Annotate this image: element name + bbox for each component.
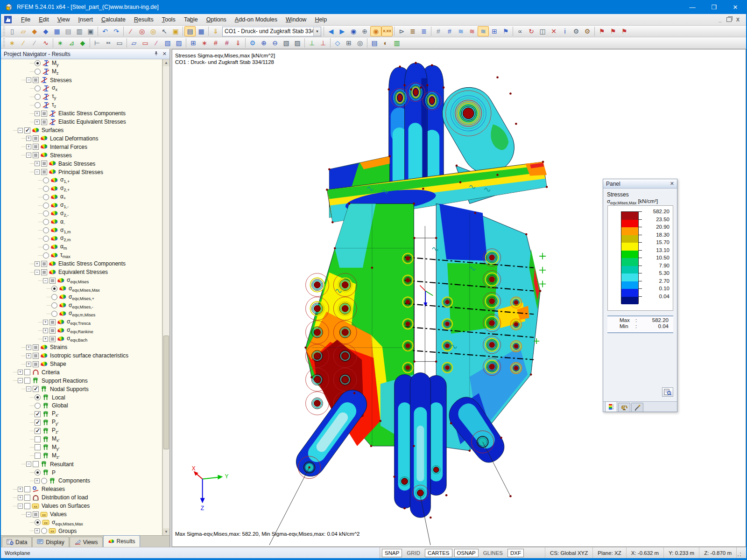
expand-icon[interactable]: +: [43, 320, 48, 325]
fe-mesh-settings-icon[interactable]: #: [444, 26, 455, 36]
delete-icon[interactable]: ✕: [548, 26, 559, 36]
checkbox-checked[interactable]: [35, 411, 41, 417]
tree-item-mz[interactable]: Mz: [1, 68, 162, 76]
print-preview-icon[interactable]: ▣: [85, 26, 96, 36]
rotate-icon[interactable]: ↻: [526, 26, 537, 36]
checkbox-partial[interactable]: [49, 336, 56, 342]
isometric-view-icon[interactable]: ▧: [281, 38, 292, 48]
tree-item-values-on-surfaces[interactable]: −xxValues on Surfaces: [1, 502, 162, 510]
results-display-icon[interactable]: ≋: [478, 26, 489, 36]
tree-item-my[interactable]: My': [1, 443, 162, 452]
tree-item-elastic-stress-components[interactable]: +Elastic Stress Components: [1, 259, 162, 268]
workplane-icon[interactable]: ◇: [332, 38, 343, 48]
load-case-icon[interactable]: ⇓: [210, 26, 221, 36]
checkbox-partial[interactable]: [49, 278, 56, 284]
tree-item-eqv-mises[interactable]: σeqv,Mises,-: [1, 301, 162, 310]
checkbox-partial[interactable]: [41, 269, 47, 275]
tree-item-surfaces[interactable]: −Surfaces: [1, 126, 162, 134]
table-edit-icon[interactable]: ▦: [196, 26, 207, 36]
move-copy-icon[interactable]: ⊞: [188, 38, 199, 48]
tree-item-px[interactable]: Px': [1, 410, 162, 418]
mesh-nodes-icon[interactable]: #: [210, 38, 221, 48]
panel-tab-factors[interactable]: [618, 403, 630, 412]
tree-item-eqv-tresca[interactable]: +σeqv,Tresca: [1, 318, 162, 327]
mesh-refinement-icon[interactable]: ⊞: [489, 26, 500, 36]
dimension-icon[interactable]: ⊢: [92, 38, 103, 48]
menu-results[interactable]: Results: [130, 14, 158, 25]
close-button[interactable]: ✕: [725, 0, 746, 14]
tree-item-2-m[interactable]: σ2,m: [1, 235, 162, 243]
expand-icon[interactable]: +: [18, 370, 23, 375]
table-view-icon[interactable]: ▤: [184, 26, 196, 36]
insert-line-type-icon[interactable]: ∕: [29, 38, 40, 48]
archive-model-icon[interactable]: ◆: [29, 26, 40, 36]
radio-unselected[interactable]: [43, 194, 49, 200]
mirror-icon[interactable]: ◫: [537, 26, 548, 36]
tree-item-eqv-mises[interactable]: −σeqv,Mises: [1, 276, 162, 285]
expand-icon[interactable]: +: [35, 528, 40, 533]
radio-unselected[interactable]: [35, 85, 41, 91]
radio-unselected[interactable]: [41, 478, 47, 484]
collapse-icon[interactable]: −: [18, 378, 23, 383]
radio-unselected[interactable]: [41, 528, 47, 534]
tree-item-eqv-rankine[interactable]: +σeqv,Rankine: [1, 327, 162, 335]
archive-model-blue-icon[interactable]: ◆: [40, 26, 51, 36]
menu-table[interactable]: Table: [180, 14, 202, 25]
expand-icon[interactable]: +: [26, 353, 31, 358]
scroll-thumb[interactable]: [163, 336, 169, 450]
erase-icon[interactable]: ∕: [125, 26, 136, 36]
tree-item-eqv-mises[interactable]: σeqv,Mises,+: [1, 293, 162, 301]
zoom-out-icon[interactable]: ⊖: [269, 38, 281, 48]
collapse-icon[interactable]: −: [26, 153, 31, 158]
checkbox-partial[interactable]: [33, 511, 39, 518]
navigator-tab-results[interactable]: Results: [103, 535, 140, 547]
generated-nodes-icon[interactable]: ∗: [199, 38, 210, 48]
mdi-close-button[interactable]: X: [736, 17, 740, 22]
fe-mesh-icon[interactable]: #: [433, 26, 444, 36]
collapse-icon[interactable]: −: [26, 386, 31, 392]
tree-item-local-deformations[interactable]: +Local Deformations: [1, 134, 162, 143]
visibility-icon[interactable]: ◐: [380, 38, 391, 48]
tree-item-2[interactable]: σ2,+: [1, 184, 162, 193]
save-icon[interactable]: ▦: [51, 26, 63, 36]
result-values-icon[interactable]: ⊕: [359, 26, 370, 36]
tree-item-stresses[interactable]: −Stresses: [1, 151, 162, 160]
checkbox-partial[interactable]: [41, 261, 47, 267]
menu-calculate[interactable]: Calculate: [97, 14, 130, 25]
new-window-icon[interactable]: ▣: [170, 26, 181, 36]
menu-view[interactable]: View: [53, 14, 74, 25]
collapse-icon[interactable]: −: [18, 128, 23, 133]
tree-item-eqv-bach[interactable]: +σeqv,Bach: [1, 335, 162, 343]
checkbox-partial[interactable]: [41, 119, 47, 125]
axis-x-icon[interactable]: ⊥: [306, 38, 317, 48]
tree-item-m[interactable]: αm: [1, 243, 162, 252]
checkbox-checked[interactable]: [35, 428, 41, 434]
export-flag-1-icon[interactable]: ⚑: [596, 26, 607, 36]
collapse-icon[interactable]: −: [26, 77, 31, 83]
panel-details-button[interactable]: [662, 387, 673, 397]
radio-selected[interactable]: [35, 394, 41, 400]
tree-item-2[interactable]: σ2,-: [1, 210, 162, 218]
collapse-icon[interactable]: −: [43, 278, 48, 283]
resize-grip[interactable]: [736, 547, 746, 558]
expand-icon[interactable]: +: [35, 261, 40, 266]
tree-item-pz[interactable]: Pz': [1, 427, 162, 435]
tree-item-equivalent-stresses[interactable]: −Equivalent Stresses: [1, 268, 162, 276]
status-toggle-grid[interactable]: GRID: [404, 549, 423, 557]
panel-tab-filter[interactable]: [631, 403, 643, 412]
checkbox-unchecked[interactable]: [24, 486, 30, 492]
checkbox-unchecked[interactable]: [24, 378, 30, 384]
previous-loadcase-icon[interactable]: ◀: [325, 26, 337, 36]
tree-item-nodal-supports[interactable]: −Nodal Supports: [1, 385, 162, 393]
expand-icon[interactable]: +: [35, 478, 40, 483]
info-icon[interactable]: i: [559, 26, 571, 36]
radio-unselected[interactable]: [51, 302, 57, 308]
radio-unselected[interactable]: [35, 94, 41, 100]
insert-line-icon[interactable]: ∕: [18, 38, 29, 48]
radio-unselected[interactable]: [43, 210, 49, 217]
tree-item-isotropic-surface-characteristics[interactable]: +Isotropic surface characteristics: [1, 351, 162, 360]
select-member-icon[interactable]: ∕: [151, 38, 162, 48]
link-icon[interactable]: ∝: [514, 26, 526, 36]
wind-load-icon[interactable]: ≋: [466, 26, 478, 36]
panel-close-icon[interactable]: ✕: [670, 181, 674, 187]
